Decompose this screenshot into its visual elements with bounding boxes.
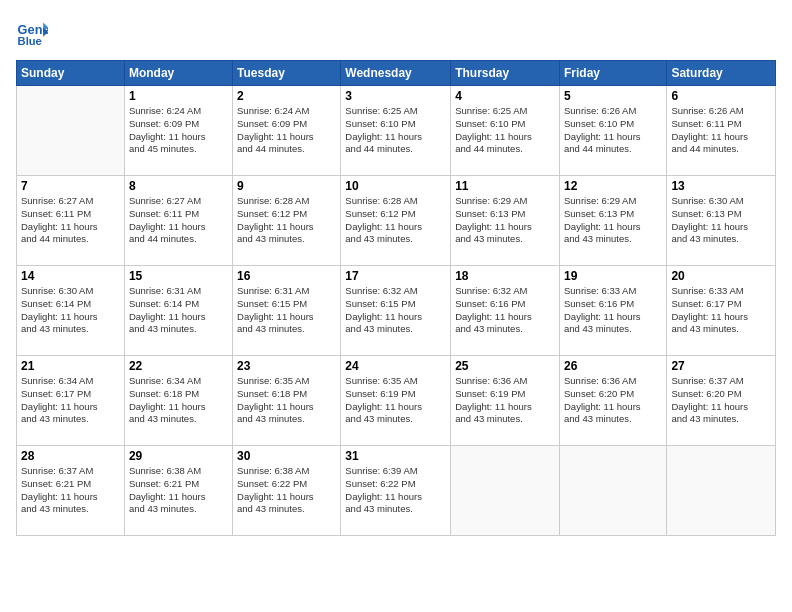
calendar-day-cell: 10Sunrise: 6:28 AM Sunset: 6:12 PM Dayli… (341, 176, 451, 266)
calendar-day-cell: 29Sunrise: 6:38 AM Sunset: 6:21 PM Dayli… (124, 446, 232, 536)
calendar-day-cell: 6Sunrise: 6:26 AM Sunset: 6:11 PM Daylig… (667, 86, 776, 176)
calendar-week-row: 14Sunrise: 6:30 AM Sunset: 6:14 PM Dayli… (17, 266, 776, 356)
day-number: 7 (21, 179, 120, 193)
day-info: Sunrise: 6:37 AM Sunset: 6:20 PM Dayligh… (671, 375, 771, 426)
day-number: 16 (237, 269, 336, 283)
day-info: Sunrise: 6:26 AM Sunset: 6:10 PM Dayligh… (564, 105, 662, 156)
day-number: 11 (455, 179, 555, 193)
day-number: 5 (564, 89, 662, 103)
day-info: Sunrise: 6:34 AM Sunset: 6:17 PM Dayligh… (21, 375, 120, 426)
day-info: Sunrise: 6:24 AM Sunset: 6:09 PM Dayligh… (237, 105, 336, 156)
calendar-day-cell: 13Sunrise: 6:30 AM Sunset: 6:13 PM Dayli… (667, 176, 776, 266)
day-info: Sunrise: 6:28 AM Sunset: 6:12 PM Dayligh… (237, 195, 336, 246)
calendar-day-cell: 17Sunrise: 6:32 AM Sunset: 6:15 PM Dayli… (341, 266, 451, 356)
day-number: 22 (129, 359, 228, 373)
day-number: 1 (129, 89, 228, 103)
day-info: Sunrise: 6:31 AM Sunset: 6:15 PM Dayligh… (237, 285, 336, 336)
day-of-week-header: Sunday (17, 61, 125, 86)
svg-text:Blue: Blue (18, 35, 42, 47)
calendar-day-cell: 3Sunrise: 6:25 AM Sunset: 6:10 PM Daylig… (341, 86, 451, 176)
day-number: 13 (671, 179, 771, 193)
calendar-week-row: 28Sunrise: 6:37 AM Sunset: 6:21 PM Dayli… (17, 446, 776, 536)
day-info: Sunrise: 6:36 AM Sunset: 6:20 PM Dayligh… (564, 375, 662, 426)
day-info: Sunrise: 6:35 AM Sunset: 6:18 PM Dayligh… (237, 375, 336, 426)
day-of-week-header: Friday (559, 61, 666, 86)
calendar-week-row: 21Sunrise: 6:34 AM Sunset: 6:17 PM Dayli… (17, 356, 776, 446)
day-number: 26 (564, 359, 662, 373)
calendar-week-row: 7Sunrise: 6:27 AM Sunset: 6:11 PM Daylig… (17, 176, 776, 266)
calendar-week-row: 1Sunrise: 6:24 AM Sunset: 6:09 PM Daylig… (17, 86, 776, 176)
day-of-week-header: Monday (124, 61, 232, 86)
day-info: Sunrise: 6:29 AM Sunset: 6:13 PM Dayligh… (455, 195, 555, 246)
calendar-day-cell: 7Sunrise: 6:27 AM Sunset: 6:11 PM Daylig… (17, 176, 125, 266)
calendar-day-cell: 18Sunrise: 6:32 AM Sunset: 6:16 PM Dayli… (451, 266, 560, 356)
day-number: 29 (129, 449, 228, 463)
day-number: 3 (345, 89, 446, 103)
calendar-day-cell: 2Sunrise: 6:24 AM Sunset: 6:09 PM Daylig… (233, 86, 341, 176)
day-number: 9 (237, 179, 336, 193)
page-header: General Blue (16, 16, 776, 48)
day-info: Sunrise: 6:24 AM Sunset: 6:09 PM Dayligh… (129, 105, 228, 156)
day-info: Sunrise: 6:38 AM Sunset: 6:22 PM Dayligh… (237, 465, 336, 516)
day-number: 8 (129, 179, 228, 193)
day-info: Sunrise: 6:27 AM Sunset: 6:11 PM Dayligh… (21, 195, 120, 246)
day-number: 19 (564, 269, 662, 283)
calendar-day-cell: 1Sunrise: 6:24 AM Sunset: 6:09 PM Daylig… (124, 86, 232, 176)
calendar-day-cell: 11Sunrise: 6:29 AM Sunset: 6:13 PM Dayli… (451, 176, 560, 266)
day-number: 21 (21, 359, 120, 373)
day-number: 23 (237, 359, 336, 373)
day-number: 4 (455, 89, 555, 103)
day-number: 17 (345, 269, 446, 283)
day-number: 12 (564, 179, 662, 193)
day-number: 27 (671, 359, 771, 373)
day-info: Sunrise: 6:26 AM Sunset: 6:11 PM Dayligh… (671, 105, 771, 156)
calendar-day-cell: 21Sunrise: 6:34 AM Sunset: 6:17 PM Dayli… (17, 356, 125, 446)
page-container: General Blue SundayMondayTuesdayWednesda… (0, 0, 792, 612)
day-info: Sunrise: 6:35 AM Sunset: 6:19 PM Dayligh… (345, 375, 446, 426)
day-info: Sunrise: 6:34 AM Sunset: 6:18 PM Dayligh… (129, 375, 228, 426)
day-number: 28 (21, 449, 120, 463)
calendar-day-cell: 28Sunrise: 6:37 AM Sunset: 6:21 PM Dayli… (17, 446, 125, 536)
day-number: 14 (21, 269, 120, 283)
calendar-day-cell: 22Sunrise: 6:34 AM Sunset: 6:18 PM Dayli… (124, 356, 232, 446)
calendar-day-cell: 26Sunrise: 6:36 AM Sunset: 6:20 PM Dayli… (559, 356, 666, 446)
calendar-day-cell (451, 446, 560, 536)
logo-icon: General Blue (16, 16, 48, 48)
calendar-day-cell: 19Sunrise: 6:33 AM Sunset: 6:16 PM Dayli… (559, 266, 666, 356)
day-info: Sunrise: 6:33 AM Sunset: 6:16 PM Dayligh… (564, 285, 662, 336)
calendar-day-cell: 12Sunrise: 6:29 AM Sunset: 6:13 PM Dayli… (559, 176, 666, 266)
calendar-header-row: SundayMondayTuesdayWednesdayThursdayFrid… (17, 61, 776, 86)
calendar-day-cell: 15Sunrise: 6:31 AM Sunset: 6:14 PM Dayli… (124, 266, 232, 356)
calendar-day-cell: 16Sunrise: 6:31 AM Sunset: 6:15 PM Dayli… (233, 266, 341, 356)
calendar-day-cell: 9Sunrise: 6:28 AM Sunset: 6:12 PM Daylig… (233, 176, 341, 266)
logo: General Blue (16, 16, 52, 48)
day-info: Sunrise: 6:37 AM Sunset: 6:21 PM Dayligh… (21, 465, 120, 516)
day-info: Sunrise: 6:25 AM Sunset: 6:10 PM Dayligh… (455, 105, 555, 156)
calendar-day-cell (17, 86, 125, 176)
calendar-day-cell: 30Sunrise: 6:38 AM Sunset: 6:22 PM Dayli… (233, 446, 341, 536)
day-info: Sunrise: 6:28 AM Sunset: 6:12 PM Dayligh… (345, 195, 446, 246)
calendar-day-cell: 27Sunrise: 6:37 AM Sunset: 6:20 PM Dayli… (667, 356, 776, 446)
calendar-day-cell (559, 446, 666, 536)
calendar-day-cell: 23Sunrise: 6:35 AM Sunset: 6:18 PM Dayli… (233, 356, 341, 446)
day-number: 25 (455, 359, 555, 373)
day-number: 15 (129, 269, 228, 283)
day-info: Sunrise: 6:32 AM Sunset: 6:16 PM Dayligh… (455, 285, 555, 336)
day-info: Sunrise: 6:31 AM Sunset: 6:14 PM Dayligh… (129, 285, 228, 336)
day-info: Sunrise: 6:32 AM Sunset: 6:15 PM Dayligh… (345, 285, 446, 336)
day-number: 20 (671, 269, 771, 283)
day-of-week-header: Tuesday (233, 61, 341, 86)
calendar-day-cell: 14Sunrise: 6:30 AM Sunset: 6:14 PM Dayli… (17, 266, 125, 356)
day-number: 2 (237, 89, 336, 103)
day-number: 24 (345, 359, 446, 373)
day-info: Sunrise: 6:33 AM Sunset: 6:17 PM Dayligh… (671, 285, 771, 336)
day-number: 10 (345, 179, 446, 193)
day-info: Sunrise: 6:27 AM Sunset: 6:11 PM Dayligh… (129, 195, 228, 246)
calendar-table: SundayMondayTuesdayWednesdayThursdayFrid… (16, 60, 776, 536)
day-of-week-header: Wednesday (341, 61, 451, 86)
calendar-day-cell: 4Sunrise: 6:25 AM Sunset: 6:10 PM Daylig… (451, 86, 560, 176)
calendar-day-cell: 8Sunrise: 6:27 AM Sunset: 6:11 PM Daylig… (124, 176, 232, 266)
day-number: 31 (345, 449, 446, 463)
day-info: Sunrise: 6:30 AM Sunset: 6:14 PM Dayligh… (21, 285, 120, 336)
calendar-day-cell: 25Sunrise: 6:36 AM Sunset: 6:19 PM Dayli… (451, 356, 560, 446)
